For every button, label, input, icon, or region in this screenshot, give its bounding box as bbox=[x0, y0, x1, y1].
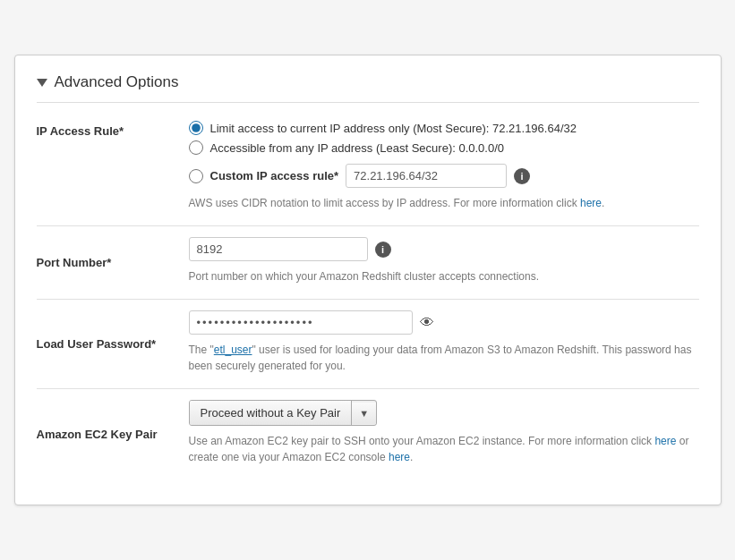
ec2-key-pair-help-link2[interactable]: here bbox=[389, 451, 410, 463]
ip-option-least-secure-label: Accessible from any IP address (Least Se… bbox=[210, 141, 505, 155]
port-number-info-icon[interactable]: i bbox=[375, 242, 391, 258]
ip-access-rule-row: IP Access Rule* Limit access to current … bbox=[37, 121, 699, 211]
custom-ip-input[interactable] bbox=[346, 164, 507, 188]
key-pair-button-label: Proceed without a Key Pair bbox=[190, 401, 353, 425]
ip-access-rule-label: IP Access Rule* bbox=[37, 121, 189, 138]
port-number-row: Port Number* i Port number on which your… bbox=[37, 237, 699, 284]
section-title: Advanced Options bbox=[55, 73, 179, 91]
load-user-password-input[interactable] bbox=[189, 310, 413, 335]
port-number-help-text: Port number on which your Amazon Redshif… bbox=[189, 268, 699, 284]
custom-ip-row: Custom IP access rule* i bbox=[189, 164, 699, 188]
ip-option-most-secure-row: Limit access to current IP address only … bbox=[189, 121, 699, 135]
ec2-key-pair-help-text: Use an Amazon EC2 key pair to SSH onto y… bbox=[189, 433, 699, 465]
ip-option-least-secure-row: Accessible from any IP address (Least Se… bbox=[189, 140, 699, 155]
ip-option-most-secure-radio[interactable] bbox=[189, 121, 203, 135]
divider-2 bbox=[37, 299, 699, 300]
ip-option-most-secure-label: Limit access to current IP address only … bbox=[210, 122, 577, 135]
ip-access-help-text: AWS uses CIDR notation to limit access b… bbox=[189, 195, 699, 211]
key-pair-dropdown-arrow[interactable]: ▼ bbox=[352, 403, 376, 424]
port-number-input[interactable] bbox=[189, 237, 368, 261]
etl-user-link[interactable]: etl_user bbox=[214, 344, 252, 356]
load-user-password-label: Load User Password* bbox=[37, 334, 189, 351]
password-eye-icon[interactable]: 👁 bbox=[420, 315, 434, 331]
port-number-label: Port Number* bbox=[37, 252, 189, 269]
custom-ip-radio[interactable] bbox=[189, 169, 203, 183]
ec2-key-pair-label: Amazon EC2 Key Pair bbox=[37, 424, 189, 441]
key-pair-dropdown-button[interactable]: Proceed without a Key Pair ▼ bbox=[189, 400, 378, 426]
ip-access-help-link[interactable]: here bbox=[580, 197, 602, 209]
load-user-password-info: The "etl_user" user is used for loading … bbox=[189, 342, 699, 374]
load-user-password-content: 👁 The "etl_user" user is used for loadin… bbox=[189, 310, 699, 374]
collapse-icon[interactable] bbox=[37, 79, 47, 87]
ip-option-least-secure-radio[interactable] bbox=[189, 140, 203, 155]
ec2-key-pair-row: Amazon EC2 Key Pair Proceed without a Ke… bbox=[37, 400, 699, 465]
section-header: Advanced Options bbox=[37, 73, 699, 103]
ip-access-radio-group: Limit access to current IP address only … bbox=[189, 121, 699, 188]
ec2-key-pair-help-link1[interactable]: here bbox=[654, 435, 676, 447]
advanced-options-panel: Advanced Options IP Access Rule* Limit a… bbox=[14, 55, 722, 505]
custom-ip-label: Custom IP access rule* bbox=[210, 169, 339, 182]
divider-1 bbox=[37, 225, 699, 226]
load-user-password-row: Load User Password* 👁 The "etl_user" use… bbox=[37, 310, 699, 374]
ec2-key-pair-content: Proceed without a Key Pair ▼ Use an Amaz… bbox=[189, 400, 699, 465]
ip-access-rule-content: Limit access to current IP address only … bbox=[189, 121, 699, 211]
custom-ip-info-icon[interactable]: i bbox=[514, 168, 530, 184]
port-number-content: i Port number on which your Amazon Redsh… bbox=[189, 237, 699, 284]
password-row: 👁 bbox=[189, 310, 699, 335]
divider-3 bbox=[37, 388, 699, 389]
